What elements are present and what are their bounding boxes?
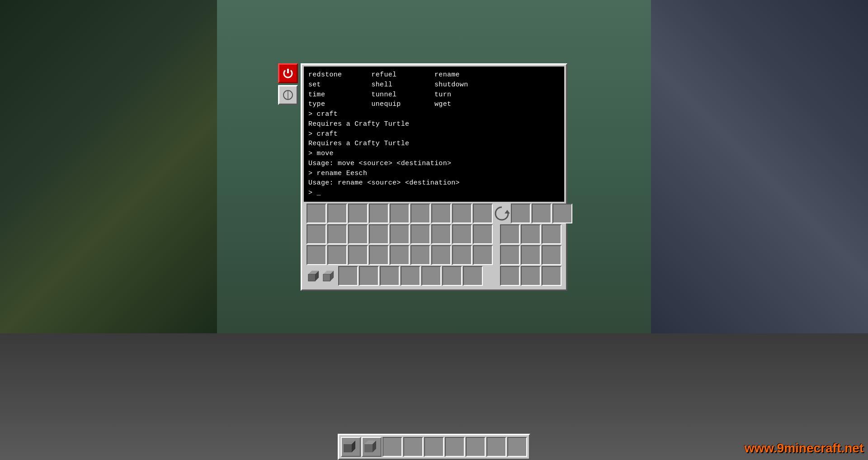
inv-slot[interactable] (307, 204, 326, 223)
inv-slot[interactable] (473, 204, 493, 223)
bg-right-building (651, 0, 868, 339)
spacer (494, 224, 499, 244)
svg-marker-3 (505, 210, 510, 213)
cube-icon-2 (321, 267, 335, 285)
craft-arrow-icon (494, 205, 510, 222)
inv-slot[interactable] (511, 204, 531, 223)
svg-rect-15 (364, 444, 373, 452)
watermark: www.9minecraft.net (745, 441, 863, 455)
inv-slot[interactable] (500, 224, 520, 244)
inv-slot[interactable] (307, 224, 326, 244)
disk-icon (283, 90, 293, 100)
hotbar-item-2 (363, 438, 379, 454)
inv-slot[interactable] (521, 224, 541, 244)
power-button[interactable] (278, 63, 298, 83)
inv-slot[interactable] (452, 204, 472, 223)
svg-rect-12 (344, 444, 352, 452)
bg-left-foliage (0, 0, 217, 339)
inv-row-3-left (307, 245, 493, 265)
turtle-ui-panel: redstone refuel rename set shell shutdow… (301, 63, 567, 291)
inv-slot[interactable] (369, 204, 389, 223)
inv-slot[interactable] (473, 245, 493, 265)
inv-slot[interactable] (442, 266, 462, 286)
svg-rect-0 (287, 69, 289, 73)
inv-row-2-right (500, 224, 561, 244)
inv-slot[interactable] (452, 224, 472, 244)
inv-slot[interactable] (542, 266, 561, 286)
inv-bottom-slots (338, 266, 483, 286)
power-icon (283, 68, 293, 79)
inv-slot[interactable] (500, 245, 520, 265)
hotbar-slot[interactable] (424, 437, 444, 457)
inv-row-3-right (500, 245, 561, 265)
inv-slot[interactable] (431, 245, 451, 265)
inventory-area (304, 202, 564, 288)
cube-icon-1 (307, 267, 321, 285)
inv-slot[interactable] (463, 266, 483, 286)
inv-slot[interactable] (452, 245, 472, 265)
hotbar-slot[interactable] (382, 437, 402, 457)
inv-slot[interactable] (327, 204, 347, 223)
hotbar-slot[interactable] (507, 437, 527, 457)
bottom-row (307, 266, 561, 286)
hotbar (338, 434, 530, 460)
hotbar-slot[interactable] (445, 437, 465, 457)
inv-slot[interactable] (410, 245, 430, 265)
inv-slot[interactable] (431, 224, 451, 244)
disk-button[interactable] (278, 85, 298, 105)
inv-slot[interactable] (532, 204, 552, 223)
inv-slot[interactable] (327, 224, 347, 244)
inv-slot[interactable] (542, 224, 561, 244)
inv-slot[interactable] (410, 224, 430, 244)
hotbar-slot[interactable] (486, 437, 506, 457)
hotbar-slot[interactable] (362, 437, 382, 457)
inv-slot[interactable] (431, 204, 451, 223)
inv-row-2-left (307, 224, 493, 244)
inv-slot[interactable] (552, 204, 572, 223)
hotbar-slot[interactable] (403, 437, 423, 457)
inv-slot[interactable] (410, 204, 430, 223)
spacer (494, 245, 499, 265)
inv-slot[interactable] (380, 266, 400, 286)
inv-row-1-right (511, 204, 572, 223)
hotbar-item-1 (342, 438, 358, 454)
svg-rect-8 (323, 274, 330, 281)
inv-slot[interactable] (390, 204, 410, 223)
terminal-screen[interactable]: redstone refuel rename set shell shutdow… (304, 66, 564, 202)
inv-slot[interactable] (369, 224, 389, 244)
spacer (484, 266, 499, 286)
inv-slot[interactable] (521, 266, 541, 286)
inv-slot[interactable] (307, 245, 326, 265)
inv-slot[interactable] (500, 266, 520, 286)
inv-slot[interactable] (348, 204, 368, 223)
inv-slot[interactable] (327, 245, 347, 265)
inv-slot[interactable] (401, 266, 420, 286)
inv-slot[interactable] (359, 266, 379, 286)
inv-slot[interactable] (369, 245, 389, 265)
inv-slot[interactable] (390, 245, 410, 265)
inv-slot[interactable] (338, 266, 358, 286)
hotbar-slot[interactable] (466, 437, 486, 457)
inv-slot[interactable] (542, 245, 561, 265)
inv-slot[interactable] (421, 266, 441, 286)
inv-slot[interactable] (348, 224, 368, 244)
inv-slot[interactable] (348, 245, 368, 265)
inv-slot[interactable] (390, 224, 410, 244)
inv-slot[interactable] (473, 224, 493, 244)
hotbar-slot[interactable] (341, 437, 361, 457)
inv-row-1-left (307, 204, 493, 223)
inv-slot[interactable] (521, 245, 541, 265)
inv-bottom-right (500, 266, 561, 286)
craft-arrow-area (494, 204, 510, 223)
side-buttons (278, 63, 298, 105)
svg-rect-4 (308, 274, 315, 281)
